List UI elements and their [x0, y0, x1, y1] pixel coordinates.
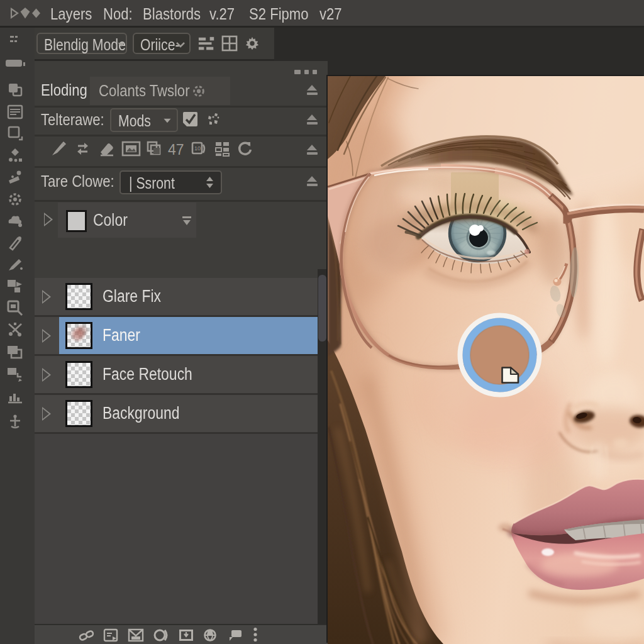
menu-layers[interactable]: Layers	[50, 4, 92, 24]
layer-row-background[interactable]: Background	[35, 395, 318, 434]
menu-version2[interactable]: v27	[319, 4, 342, 24]
crop-tool[interactable]	[4, 123, 26, 144]
panel-empty-area	[35, 434, 318, 624]
blending-mode-button[interactable]: Blendig Mode	[36, 33, 127, 54]
loop-icon[interactable]	[74, 140, 91, 157]
separator	[35, 200, 328, 202]
diamond-icon[interactable]	[19, 6, 31, 20]
tab-eloding[interactable]: Eloding	[41, 80, 87, 100]
pen-tool[interactable]	[4, 232, 26, 253]
collapse-icon[interactable]	[307, 85, 318, 95]
disclosure-triangle[interactable]	[44, 213, 53, 226]
disclosure-triangle[interactable]	[42, 290, 51, 304]
scrollbar-thumb[interactable]	[318, 275, 326, 341]
layer-row-glare-fix[interactable]: Glare Fix	[35, 278, 318, 317]
picture-icon[interactable]	[178, 628, 194, 642]
menu-version[interactable]: v.27	[209, 4, 235, 24]
histogram-tool[interactable]	[4, 387, 26, 408]
layers-copy-tool[interactable]	[4, 341, 26, 363]
menu-lines-icon[interactable]	[4, 29, 26, 50]
panel-menu-dashes[interactable]	[294, 70, 317, 74]
separator	[35, 135, 328, 136]
gear-icon[interactable]	[244, 35, 260, 52]
sample-label: Tare Clowe:	[41, 172, 114, 191]
menu-blastords[interactable]: Blastords	[143, 4, 201, 24]
chevron-down-icon	[164, 119, 170, 123]
blend-mode-dropdown[interactable]: Mods	[110, 108, 178, 132]
color-item[interactable]: Color	[58, 203, 196, 238]
layer-list: Glare Fix Faner Face Retouch Background	[35, 278, 318, 434]
grid-window-icon[interactable]	[221, 35, 238, 52]
chevron-down-icon	[118, 43, 125, 47]
ellipsis-icon[interactable]	[252, 627, 258, 643]
menu-bar: Layers Nod: Blastords v.27 S2 Fipmo v27	[0, 0, 644, 28]
double-arrow-icon	[181, 216, 192, 226]
layer-name: Background	[103, 404, 179, 423]
color-label: Color	[93, 211, 128, 230]
color-swatch[interactable]	[66, 210, 87, 232]
history-icon[interactable]: 10	[189, 140, 207, 157]
tool-strip	[0, 28, 35, 644]
gear-dashed-tool[interactable]	[4, 189, 26, 210]
sample-value: | Ssront	[129, 174, 175, 192]
globe-icon[interactable]	[202, 628, 218, 642]
scatter-star-icon[interactable]	[206, 111, 221, 126]
send-layer-tool[interactable]	[4, 364, 26, 385]
svg-text:10: 10	[194, 145, 201, 152]
collapse-icon[interactable]	[307, 145, 318, 155]
layer-name: Faner	[103, 326, 140, 345]
menu-fipmo[interactable]: S2 Fipmo	[249, 4, 309, 24]
updown-icon	[205, 176, 214, 189]
adjustment-icon[interactable]	[153, 628, 169, 642]
blocks-icon[interactable]	[213, 140, 231, 157]
mask-icon[interactable]	[128, 628, 144, 642]
layer-thumbnail[interactable]	[65, 361, 92, 388]
disclosure-triangle[interactable]	[42, 407, 51, 421]
disclosure-triangle[interactable]	[42, 368, 51, 382]
disclosure-triangle[interactable]	[42, 329, 51, 343]
flag-squares-tool[interactable]	[4, 275, 26, 297]
refresh-icon[interactable]	[236, 140, 253, 157]
link-icon[interactable]	[79, 628, 95, 642]
diamond-small-icon[interactable]	[31, 6, 42, 20]
panel-scrollbar[interactable]	[318, 269, 328, 624]
framed-image-icon[interactable]	[121, 140, 140, 157]
layer-thumbnail[interactable]	[65, 283, 92, 310]
sliders-icon[interactable]	[197, 35, 216, 53]
node-tool[interactable]	[4, 145, 26, 166]
menu-nod[interactable]: Nod:	[103, 4, 133, 24]
eraser-icon[interactable]	[97, 140, 115, 157]
checkbox-icon[interactable]	[182, 111, 198, 127]
brush-icon[interactable]	[50, 140, 67, 157]
anchor-tool[interactable]	[4, 411, 26, 432]
play-triangle-icon[interactable]	[9, 6, 19, 20]
collapse-icon[interactable]	[307, 176, 318, 186]
zoom-tool[interactable]	[4, 297, 26, 319]
preset-dropdown[interactable]: Oriice-	[133, 33, 191, 54]
text-doc-tool[interactable]	[4, 101, 26, 123]
comment-icon[interactable]	[227, 628, 243, 642]
tab-label: Colants Twslor	[99, 81, 190, 101]
layer-thumbnail[interactable]	[65, 400, 92, 427]
layer-thumbnail[interactable]	[65, 322, 92, 349]
layer-row-faner[interactable]: Faner	[35, 317, 318, 356]
photo-editor-app: Layers Nod: Blastords v.27 S2 Fipmo v27	[0, 0, 644, 644]
copy-stack-icon[interactable]	[145, 140, 163, 157]
marquee-tool[interactable]	[4, 53, 26, 74]
tab-colants-twslor[interactable]: Colants Twslor	[90, 77, 230, 105]
note-doc-icon[interactable]	[103, 628, 119, 642]
clone-stamp-tool[interactable]	[4, 210, 26, 231]
move-tool[interactable]	[4, 79, 26, 101]
panel-bottom-bar	[35, 624, 328, 644]
clone-source-circle[interactable]	[457, 313, 542, 397]
shape-dot-tool[interactable]	[4, 167, 26, 188]
sample-dropdown[interactable]: | Ssront	[119, 170, 222, 194]
chevron-down-icon	[175, 41, 186, 48]
layer-row-face-retouch[interactable]: Face Retouch	[35, 356, 318, 395]
preset-label: Oriice-	[140, 36, 180, 54]
blending-mode-label: Blendig Mode	[44, 36, 126, 54]
scissors-tool[interactable]	[4, 319, 26, 340]
brush-tool[interactable]	[4, 254, 26, 275]
collapse-icon[interactable]	[307, 114, 318, 125]
blend-label: Telterawe:	[41, 110, 104, 130]
